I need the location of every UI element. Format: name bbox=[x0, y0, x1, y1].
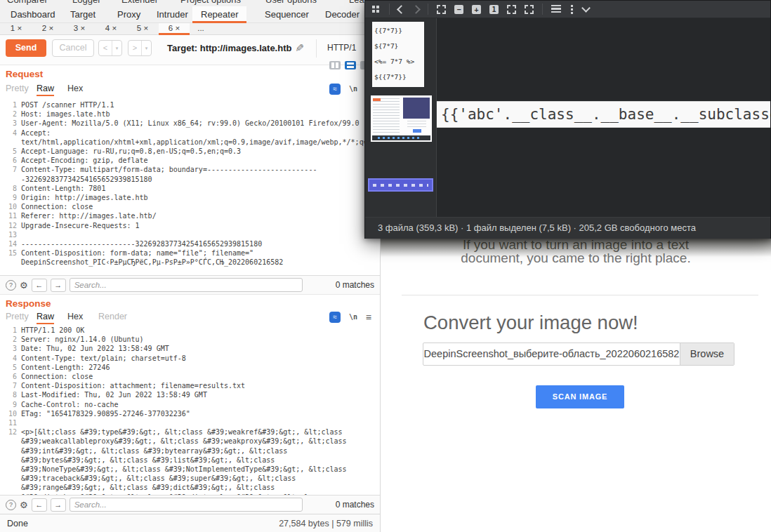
line-text: Origin: http://images.late.htb bbox=[21, 193, 380, 202]
forward-request-button[interactable]: > ▾ bbox=[128, 40, 152, 56]
line-wrap-icon[interactable]: \n bbox=[349, 313, 357, 321]
tab-dashboard[interactable]: Dashboard bbox=[11, 6, 55, 22]
next-match-button[interactable]: → bbox=[51, 279, 66, 292]
file-upload-input[interactable]: DeepinScreenshot_выберите-область_202206… bbox=[423, 343, 734, 366]
tab-sequencer[interactable]: Sequencer bbox=[265, 6, 309, 22]
browser-page: If you want to turn an image into a text… bbox=[380, 239, 771, 532]
tab-target[interactable]: Target bbox=[70, 6, 95, 22]
tab-extender[interactable]: Extender bbox=[121, 0, 158, 5]
code-line: 13 bbox=[0, 230, 380, 239]
edit-target-icon[interactable]: ✎ bbox=[293, 44, 305, 53]
line-text: Last-Modified: Thu, 02 Jun 2022 13:58:49… bbox=[21, 390, 380, 399]
gear-icon[interactable]: ⚙ bbox=[20, 281, 28, 290]
tab-comparer[interactable]: Comparer bbox=[7, 0, 48, 5]
line-text: Content-Length: 7801 bbox=[21, 184, 380, 193]
screenshot-thumbnail[interactable] bbox=[371, 95, 432, 142]
line-text: Content-Type: multipart/form-data; bound… bbox=[21, 165, 380, 183]
code-line: 3 Date: Thu, 02 Jun 2022 13:58:49 GMT bbox=[0, 344, 380, 353]
burp-main-tab-row: Dashboard Target Proxy Intruder Repeater… bbox=[0, 6, 380, 23]
gear-icon[interactable]: ⚙ bbox=[20, 500, 28, 510]
fit-window-icon[interactable] bbox=[437, 5, 446, 14]
repeater-tab-5[interactable]: 5 × bbox=[127, 23, 158, 34]
rows-layout-icon[interactable] bbox=[345, 61, 356, 69]
tab-raw[interactable]: Raw bbox=[37, 84, 54, 96]
request-editor[interactable]: 1 POST /scanner HTTP/1.1 2 Host: images.… bbox=[0, 100, 380, 272]
response-search-input[interactable] bbox=[70, 498, 303, 512]
tab-decoder[interactable]: Decoder bbox=[325, 6, 360, 22]
repeater-tab-6[interactable]: 6 × bbox=[159, 23, 190, 35]
next-match-button[interactable]: → bbox=[51, 498, 66, 512]
chevron-down-icon[interactable] bbox=[581, 4, 591, 13]
line-number: 2 bbox=[0, 109, 21, 119]
editor-menu-icon[interactable]: ≡ bbox=[366, 312, 371, 323]
fit-width-icon[interactable] bbox=[507, 5, 516, 14]
scan-image-button[interactable]: SCAN IMAGE bbox=[536, 385, 624, 408]
repeater-tab-4[interactable]: 4 × bbox=[95, 23, 126, 34]
tab-pretty[interactable]: Pretty bbox=[6, 84, 29, 93]
thumbnail-panel: {{7*7}} ${7*7} <%= 7*7 %> ${{7*7}} bbox=[365, 18, 437, 217]
payload-line: ${7*7} bbox=[374, 39, 422, 54]
repeater-tab-3[interactable]: 3 × bbox=[64, 23, 95, 34]
back-icon[interactable] bbox=[397, 5, 406, 14]
prettify-icon[interactable]: ≈ bbox=[329, 84, 341, 95]
thumbnail-taskbar bbox=[372, 135, 430, 140]
line-text: POST /scanner HTTP/1.1 bbox=[21, 100, 380, 109]
tab-hex[interactable]: Hex bbox=[67, 312, 83, 321]
zoom-out-icon[interactable]: − bbox=[454, 5, 463, 14]
line-number: 11 bbox=[0, 418, 21, 427]
actual-size-icon[interactable]: 1 bbox=[489, 5, 499, 14]
send-button[interactable]: Send bbox=[6, 39, 46, 57]
line-number: 10 bbox=[0, 409, 21, 418]
kebab-menu-icon[interactable] bbox=[571, 5, 573, 7]
columns-layout-icon[interactable] bbox=[329, 61, 341, 69]
forward-icon[interactable] bbox=[411, 5, 421, 14]
repeater-tab-1[interactable]: 1 × bbox=[1, 23, 32, 34]
tab-hex[interactable]: Hex bbox=[67, 84, 83, 93]
tab-render[interactable]: Render bbox=[98, 312, 127, 321]
zoom-in-icon[interactable]: + bbox=[472, 5, 481, 14]
request-search-input[interactable] bbox=[70, 278, 303, 292]
forward-dropdown-icon[interactable]: ▾ bbox=[141, 41, 151, 55]
request-search-bar: ? ⚙ ← → 0 matches bbox=[0, 275, 380, 294]
repeater-tab-more[interactable]: ... bbox=[190, 23, 211, 34]
line-number: 1 bbox=[0, 100, 21, 109]
tab-user-options[interactable]: User options bbox=[265, 0, 317, 5]
back-request-button[interactable]: < ▾ bbox=[98, 40, 122, 56]
code-line: 8 Last-Modified: Thu, 02 Jun 2022 13:58:… bbox=[0, 390, 380, 399]
payload-text-thumbnail[interactable]: {{7*7}} ${7*7} <%= 7*7 %> ${{7*7}} bbox=[372, 22, 424, 87]
prev-match-button[interactable]: ← bbox=[32, 498, 47, 512]
thumbnail-header-block bbox=[403, 98, 430, 119]
repeater-tab-row: 1 × 2 × 3 × 4 × 5 × 6 × ... bbox=[0, 23, 380, 35]
tab-intruder[interactable]: Intruder bbox=[157, 6, 188, 22]
list-icon[interactable] bbox=[551, 5, 561, 13]
tab-logger[interactable]: Logger bbox=[72, 0, 100, 5]
response-editor[interactable]: 1 HTTP/1.1 200 OK 2 Server: nginx/1.14.0… bbox=[0, 326, 380, 496]
back-request-icon: < bbox=[99, 41, 112, 55]
code-line: 11 bbox=[0, 418, 380, 427]
selected-strip-thumbnail[interactable] bbox=[368, 178, 433, 192]
thumbnail-blue-chip bbox=[413, 129, 421, 133]
help-icon[interactable]: ? bbox=[6, 500, 16, 510]
help-icon[interactable]: ? bbox=[6, 280, 16, 291]
browse-button[interactable]: Browse bbox=[680, 343, 734, 365]
prev-match-button[interactable]: ← bbox=[32, 279, 47, 292]
repeater-tab-2[interactable]: 2 × bbox=[32, 23, 63, 34]
back-dropdown-icon[interactable]: ▾ bbox=[112, 41, 121, 55]
viewer-canvas[interactable]: {{'abc'.__class__.__base__.__subclasses_… bbox=[437, 18, 770, 217]
tab-repeater[interactable]: Repeater bbox=[192, 6, 246, 23]
request-match-count: 0 matches bbox=[336, 280, 374, 290]
http-version-selector[interactable]: HTTP/1 bbox=[327, 43, 356, 53]
tab-proxy[interactable]: Proxy bbox=[117, 6, 140, 22]
line-wrap-icon[interactable]: \n bbox=[349, 85, 357, 93]
grid-view-icon[interactable] bbox=[372, 6, 375, 8]
tab-raw[interactable]: Raw bbox=[37, 312, 54, 324]
forward-request-icon: > bbox=[128, 41, 141, 55]
cancel-button[interactable]: Cancel bbox=[52, 39, 94, 57]
line-number: 12 bbox=[0, 427, 21, 492]
fit-height-icon[interactable] bbox=[525, 5, 534, 14]
prettify-icon[interactable]: ≈ bbox=[329, 312, 341, 323]
tab-project-options[interactable]: Project options bbox=[180, 0, 241, 5]
code-line: 5 Content-Length: 27246 bbox=[0, 363, 380, 372]
tab-pretty[interactable]: Pretty bbox=[6, 312, 29, 321]
status-bytes-time: 27,584 bytes | 579 millis bbox=[279, 519, 373, 528]
